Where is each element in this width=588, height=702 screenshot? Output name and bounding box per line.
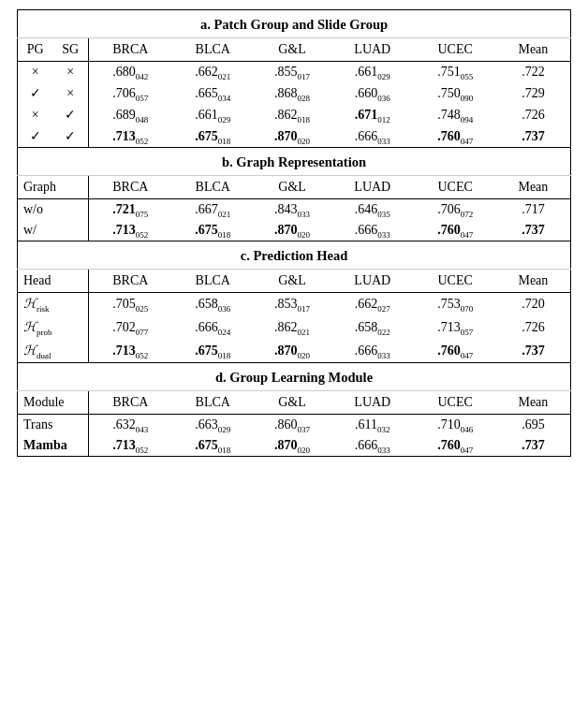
gnl-cell: .843033: [254, 199, 331, 221]
mean-cell: .737: [496, 220, 571, 241]
brca-cell: .706057: [89, 82, 172, 104]
sg-cell: ×: [53, 82, 89, 104]
luad-cell: .671012: [331, 104, 415, 125]
ucec-cell: .751055: [415, 62, 496, 83]
brca-cell: .721075: [89, 199, 172, 221]
sg-cell: ×: [53, 62, 89, 83]
blca-cell: .663029: [172, 415, 254, 436]
col-mean-c: Mean: [496, 270, 571, 293]
brca-cell: .713052: [89, 435, 172, 457]
table-row: ℋprob .702077 .666024 .862021 .658022 .7…: [18, 316, 571, 340]
blca-cell: .675018: [172, 340, 254, 363]
gnl-cell: .870020: [254, 435, 331, 457]
gnl-cell: .868028: [254, 82, 331, 104]
col-head: Head: [18, 270, 89, 293]
mean-cell: .720: [496, 293, 571, 316]
luad-cell: .660036: [331, 82, 415, 104]
table-row: × ✓ .689048 .661029 .862018 .671012 .748…: [18, 104, 571, 125]
brca-cell: .680042: [89, 62, 172, 83]
luad-cell: .666033: [331, 220, 415, 241]
section-b-header: Graph BRCA BLCA G&L LUAD UCEC Mean: [18, 176, 571, 199]
col-luad-a: LUAD: [331, 38, 415, 62]
col-gnl-b: G&L: [254, 176, 331, 199]
mean-cell: .695: [496, 415, 571, 436]
head-label: ℋprob: [18, 316, 89, 340]
table-row: ℋdual .713052 .675018 .870020 .666033 .7…: [18, 340, 571, 363]
main-container: a. Patch Group and Slide Group PG SG BRC…: [17, 9, 571, 457]
table-row: ✓ ✓ .713052 .675018 .870020 .666033 .760…: [18, 125, 571, 148]
table-row: × × .680042 .662021 .855017 .661029 .751…: [18, 62, 571, 83]
gnl-cell: .853017: [254, 293, 331, 316]
ucec-cell: .713057: [415, 316, 496, 340]
mean-cell: .717: [496, 199, 571, 221]
luad-cell: .666033: [331, 340, 415, 363]
ucec-cell: .760047: [415, 435, 496, 457]
col-gnl-d: G&L: [254, 391, 331, 415]
module-label: Mamba: [18, 435, 89, 457]
col-blca-c: BLCA: [172, 270, 254, 293]
section-b-title-row: b. Graph Representation: [18, 148, 571, 176]
table-row: Trans .632043 .663029 .860037 .611032 .7…: [18, 415, 571, 436]
col-ucec-b: UCEC: [415, 176, 496, 199]
ucec-cell: .760047: [415, 340, 496, 363]
gnl-cell: .870020: [254, 340, 331, 363]
luad-cell: .658022: [331, 316, 415, 340]
luad-cell: .666033: [331, 435, 415, 457]
brca-cell: .713052: [89, 340, 172, 363]
luad-cell: .661029: [331, 62, 415, 83]
pg-cell: ×: [18, 104, 53, 125]
col-luad-c: LUAD: [331, 270, 415, 293]
luad-cell: .611032: [331, 415, 415, 436]
col-ucec-a: UCEC: [415, 38, 496, 62]
blca-cell: .662021: [172, 62, 254, 83]
mean-cell: .722: [496, 62, 571, 83]
brca-cell: .713052: [89, 220, 172, 241]
table-row: w/o .721075 .667021 .843033 .646035 .706…: [18, 199, 571, 221]
mean-cell: .726: [496, 104, 571, 125]
ucec-cell: .750090: [415, 82, 496, 104]
section-d-header: Module BRCA BLCA G&L LUAD UCEC Mean: [18, 391, 571, 415]
col-gnl-c: G&L: [254, 270, 331, 293]
gnl-cell: .862018: [254, 104, 331, 125]
brca-cell: .702077: [89, 316, 172, 340]
col-ucec-c: UCEC: [415, 270, 496, 293]
mean-cell: .737: [496, 435, 571, 457]
brca-sub: 042: [136, 72, 149, 81]
col-graph: Graph: [18, 176, 89, 199]
luad-cell: .666033: [331, 125, 415, 148]
col-mean-b: Mean: [496, 176, 571, 199]
gnl-cell: .855017: [254, 62, 331, 83]
col-pg: PG: [18, 38, 53, 62]
blca-cell: .665034: [172, 82, 254, 104]
ucec-cell: .760047: [415, 125, 496, 148]
col-brca-b: BRCA: [89, 176, 172, 199]
table-row: ✓ × .706057 .665034 .868028 .660036 .750…: [18, 82, 571, 104]
section-c-title-row: c. Prediction Head: [18, 241, 571, 270]
col-ucec-d: UCEC: [415, 391, 496, 415]
blca-cell: .675018: [172, 125, 254, 148]
sg-cell: ✓: [53, 104, 89, 125]
col-luad-b: LUAD: [331, 176, 415, 199]
brca-cell: .705025: [89, 293, 172, 316]
blca-cell: .675018: [172, 220, 254, 241]
ucec-cell: .706072: [415, 199, 496, 221]
mean-cell: .737: [496, 125, 571, 148]
section-b-title: b. Graph Representation: [18, 148, 571, 176]
gnl-cell: .860037: [254, 415, 331, 436]
section-a-title: a. Patch Group and Slide Group: [18, 10, 571, 38]
blca-cell: .658036: [172, 293, 254, 316]
table-row: ℋrisk .705025 .658036 .853017 .662027 .7…: [18, 293, 571, 316]
mean-cell: .726: [496, 316, 571, 340]
table-row: Mamba .713052 .675018 .870020 .666033 .7…: [18, 435, 571, 457]
section-d-title-row: d. Group Learning Module: [18, 363, 571, 391]
col-brca-d: BRCA: [89, 391, 172, 415]
pg-cell: ✓: [18, 125, 53, 148]
pg-cell: ×: [18, 62, 53, 83]
col-brca-a: BRCA: [89, 38, 172, 62]
section-d-title: d. Group Learning Module: [18, 363, 571, 391]
section-a-header: PG SG BRCA BLCA G&L LUAD UCEC Mean: [18, 38, 571, 62]
gnl-cell: .870020: [254, 125, 331, 148]
blca-cell: .675018: [172, 435, 254, 457]
blca-cell: .667021: [172, 199, 254, 221]
section-c-header: Head BRCA BLCA G&L LUAD UCEC Mean: [18, 270, 571, 293]
